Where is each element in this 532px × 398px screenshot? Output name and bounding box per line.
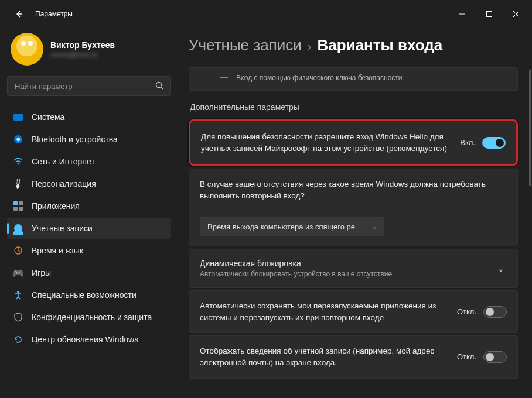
toggle-state-label: Откл. — [457, 352, 476, 361]
search-icon — [155, 81, 163, 91]
setting-dynamic-lock[interactable]: Динамическая блокировка Автоматически бл… — [189, 249, 518, 288]
toggle-autosave-apps[interactable] — [483, 306, 507, 318]
sidebar-item-label: Конфиденциальность и защита — [32, 313, 152, 322]
sidebar-item-label: Учетные записи — [32, 224, 93, 233]
svg-point-6 — [18, 163, 19, 165]
sidebar: Виктор Бухтеев xxxxxx@xxxx.xx Система ⁕B… — [0, 28, 178, 398]
sidebar-item-accessibility[interactable]: Специальные возможности — [7, 284, 171, 306]
setting-desc: Автоматически блокировать устройство в в… — [200, 270, 486, 278]
setting-windows-hello: Для повышения безопасности разрешите вхо… — [189, 119, 518, 166]
dropdown-value: Время выхода компьютера из спящего ре — [207, 222, 355, 231]
sidebar-item-gaming[interactable]: 🎮Игры — [7, 262, 171, 283]
chevron-down-icon[interactable]: ⌄ — [495, 264, 507, 273]
bluetooth-icon: ⁕ — [13, 134, 23, 145]
main-panel: Учетные записи › Варианты входа Вход с п… — [178, 28, 532, 398]
window-title: Параметры — [35, 10, 73, 18]
sidebar-item-label: Персонализация — [32, 179, 96, 188]
back-button[interactable] — [8, 4, 29, 25]
maximize-button[interactable] — [476, 5, 503, 23]
profile-block[interactable]: Виктор Бухтеев xxxxxx@xxxx.xx — [7, 28, 171, 74]
setting-text: В случае вашего отсутствия через какое в… — [200, 179, 507, 201]
window-controls — [449, 5, 530, 23]
gamepad-icon: 🎮 — [13, 267, 23, 278]
sidebar-item-label: Время и язык — [32, 246, 83, 255]
sidebar-item-network[interactable]: Сеть и Интернет — [7, 151, 171, 172]
search-box[interactable] — [7, 76, 171, 96]
sidebar-item-privacy[interactable]: Конфиденциальность и защита — [7, 307, 171, 328]
setting-text: Автоматически сохранять мои перезапускае… — [200, 300, 448, 323]
minimize-button[interactable] — [449, 5, 476, 23]
sidebar-item-time[interactable]: Время и язык — [7, 240, 171, 261]
sidebar-item-system[interactable]: Система — [7, 107, 171, 128]
sidebar-item-label: Сеть и Интернет — [32, 157, 95, 166]
sidebar-item-update[interactable]: Центр обновления Windows — [7, 329, 171, 350]
toggle-show-account[interactable] — [483, 351, 507, 363]
brush-icon: 🖌 — [11, 176, 25, 191]
setting-show-account-info: Отображать сведения об учетной записи (н… — [189, 335, 518, 378]
wifi-icon — [13, 156, 23, 167]
person-icon — [13, 223, 23, 234]
reauth-dropdown[interactable]: Время выхода компьютера из спящего ре ⌄ — [200, 217, 384, 236]
sidebar-item-accounts[interactable]: Учетные записи — [7, 218, 171, 239]
chevron-right-icon: › — [308, 40, 312, 53]
nav: Система ⁕Bluetooth и устройства Сеть и И… — [7, 107, 171, 350]
dash-icon — [220, 77, 228, 78]
sidebar-item-personalization[interactable]: 🖌Персонализация — [7, 173, 171, 194]
setting-text: Отображать сведения об учетной записи (н… — [200, 345, 448, 368]
scrollbar[interactable] — [529, 69, 531, 186]
toggle-windows-hello[interactable] — [482, 137, 506, 149]
avatar — [11, 33, 43, 66]
sidebar-item-label: Система — [32, 112, 64, 122]
update-icon — [13, 334, 23, 345]
setting-title: Динамическая блокировка — [200, 259, 486, 268]
security-key-label: Вход с помощью физического ключа безопас… — [236, 74, 403, 82]
search-input[interactable] — [15, 82, 155, 91]
chevron-down-icon: ⌄ — [371, 223, 377, 231]
sidebar-item-apps[interactable]: Приложения — [7, 195, 171, 217]
close-button[interactable] — [503, 5, 530, 23]
profile-email: xxxxxx@xxxx.xx — [50, 51, 115, 58]
apps-icon — [13, 201, 23, 211]
section-label: Дополнительные параметры — [190, 102, 518, 112]
accessibility-icon — [13, 290, 23, 300]
sidebar-item-bluetooth[interactable]: ⁕Bluetooth и устройства — [7, 129, 171, 150]
toggle-state-label: Откл. — [457, 307, 476, 316]
svg-point-4 — [156, 82, 162, 87]
sidebar-item-label: Bluetooth и устройства — [32, 135, 118, 144]
sidebar-item-label: Специальные возможности — [32, 290, 137, 300]
titlebar: Параметры — [0, 0, 532, 28]
security-key-row[interactable]: Вход с помощью физического ключа безопас… — [189, 67, 518, 91]
shield-icon — [13, 312, 23, 322]
sidebar-item-label: Центр обновления Windows — [32, 335, 138, 344]
clock-icon — [13, 245, 23, 256]
svg-rect-1 — [487, 12, 492, 17]
breadcrumb-parent[interactable]: Учетные записи — [189, 36, 302, 54]
svg-point-8 — [17, 291, 19, 293]
display-icon — [13, 112, 23, 122]
toggle-state-label: Вкл. — [460, 138, 475, 147]
setting-text: Для повышения безопасности разрешите вхо… — [201, 131, 451, 154]
setting-autosave-apps: Автоматически сохранять мои перезапускае… — [189, 290, 518, 333]
breadcrumb: Учетные записи › Варианты входа — [189, 28, 518, 67]
profile-name: Виктор Бухтеев — [50, 40, 115, 50]
setting-reauth-timeout: В случае вашего отсутствия через какое в… — [189, 169, 518, 246]
sidebar-item-label: Игры — [32, 268, 51, 277]
svg-line-5 — [161, 87, 163, 89]
page-title: Варианты входа — [317, 36, 442, 54]
sidebar-item-label: Приложения — [32, 201, 80, 211]
